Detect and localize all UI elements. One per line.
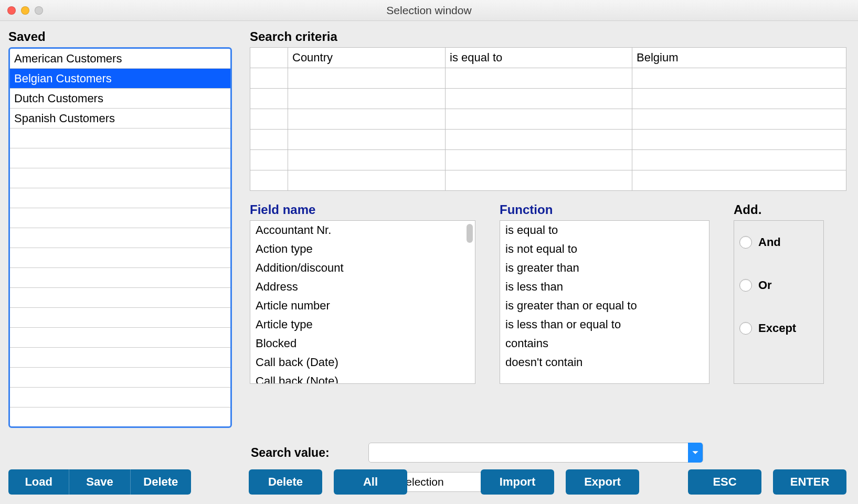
criteria-cell[interactable] (250, 170, 288, 191)
list-item[interactable]: is less than (500, 277, 709, 296)
list-item[interactable]: is not equal to (500, 240, 709, 259)
saved-item[interactable] (10, 268, 230, 288)
saved-item[interactable] (10, 368, 230, 388)
criteria-cell[interactable] (632, 68, 846, 89)
criteria-cell[interactable] (288, 89, 446, 109)
saved-item[interactable] (10, 188, 230, 208)
radio-icon[interactable] (739, 236, 752, 249)
saved-item[interactable]: American Customers (10, 49, 230, 69)
criteria-cell[interactable] (446, 109, 632, 130)
export-button[interactable]: Export (566, 469, 639, 495)
criteria-cell[interactable] (632, 150, 846, 170)
saved-item[interactable] (10, 328, 230, 348)
list-item[interactable]: Call back (Note) (250, 372, 475, 384)
saved-item[interactable] (10, 128, 230, 148)
criteria-cell[interactable] (632, 170, 846, 191)
add-option[interactable]: Except (739, 321, 818, 335)
list-item[interactable]: Addition/discount (250, 259, 475, 277)
load-button[interactable]: Load (8, 469, 69, 495)
saved-item[interactable] (10, 348, 230, 368)
saved-item[interactable]: Dutch Customers (10, 89, 230, 109)
list-item[interactable]: Article type (250, 315, 475, 334)
saved-item[interactable] (10, 208, 230, 228)
criteria-cell[interactable] (250, 150, 288, 170)
criteria-cell[interactable] (446, 68, 632, 89)
criteria-cell[interactable] (250, 130, 288, 150)
save-button[interactable]: Save (69, 469, 130, 495)
enter-button[interactable]: ENTER (773, 469, 846, 495)
criteria-cell[interactable] (632, 130, 846, 150)
saved-item[interactable] (10, 408, 230, 427)
import-button[interactable]: Import (481, 469, 554, 495)
list-item[interactable]: is equal to (500, 221, 709, 240)
saved-listbox[interactable]: American CustomersBelgian CustomersDutch… (8, 47, 232, 428)
list-item[interactable]: contains (500, 334, 709, 353)
radio-icon[interactable] (739, 322, 752, 335)
add-option[interactable]: And (739, 235, 818, 249)
list-item[interactable]: Call back (Date) (250, 353, 475, 372)
list-item[interactable]: is less than or equal to (500, 315, 709, 334)
add-option-label: And (758, 235, 781, 249)
list-item[interactable]: Article number (250, 296, 475, 315)
criteria-table[interactable]: Countryis equal toBelgium (250, 47, 846, 191)
list-item[interactable]: Accountant Nr. (250, 221, 475, 240)
criteria-cell[interactable] (250, 109, 288, 130)
titlebar: Selection window (0, 0, 858, 21)
radio-icon[interactable] (739, 279, 752, 292)
saved-label: Saved (8, 29, 232, 44)
saved-item[interactable] (10, 388, 230, 408)
function-listbox[interactable]: is equal tois not equal tois greater tha… (500, 220, 709, 384)
criteria-cell[interactable] (446, 150, 632, 170)
list-item[interactable]: doesn't contain (500, 353, 709, 372)
search-value-input[interactable] (369, 447, 688, 459)
fieldname-listbox[interactable]: Accountant Nr.Action typeAddition/discou… (250, 220, 475, 384)
criteria-label: Search criteria (250, 29, 846, 44)
add-radio-group: AndOrExcept (734, 220, 824, 384)
saved-item[interactable] (10, 148, 230, 168)
chevron-down-icon[interactable] (688, 443, 703, 463)
fieldname-label: Field name (250, 202, 475, 217)
criteria-cell[interactable] (288, 150, 446, 170)
search-value-label: Search value: (251, 446, 368, 460)
criteria-cell[interactable] (288, 130, 446, 150)
criteria-cell[interactable]: Country (288, 48, 446, 68)
scrollbar-thumb[interactable] (467, 224, 473, 243)
add-option-label: Except (758, 321, 796, 335)
criteria-cell[interactable] (288, 68, 446, 89)
add-label: Add. (734, 202, 824, 217)
criteria-cell[interactable] (288, 170, 446, 191)
add-option[interactable]: Or (739, 278, 818, 292)
criteria-cell[interactable] (446, 130, 632, 150)
criteria-cell[interactable] (632, 89, 846, 109)
window-title: Selection window (0, 4, 858, 17)
saved-item[interactable] (10, 228, 230, 248)
saved-item[interactable]: Belgian Customers (10, 69, 230, 89)
saved-item[interactable] (10, 308, 230, 328)
list-item[interactable]: Blocked (250, 334, 475, 353)
criteria-cell[interactable] (632, 109, 846, 130)
criteria-cell[interactable] (446, 89, 632, 109)
all-button[interactable]: All (334, 469, 407, 495)
list-item[interactable]: is greater than or equal to (500, 296, 709, 315)
delete-saved-button[interactable]: Delete (131, 469, 191, 495)
saved-item[interactable] (10, 288, 230, 308)
saved-item[interactable]: Spanish Customers (10, 109, 230, 128)
add-option-label: Or (758, 278, 772, 292)
esc-button[interactable]: ESC (688, 469, 761, 495)
criteria-cell[interactable]: is equal to (446, 48, 632, 68)
criteria-cell[interactable] (250, 48, 288, 68)
delete-criteria-button[interactable]: Delete (249, 469, 322, 495)
list-item[interactable]: is greater than (500, 259, 709, 277)
list-item[interactable]: Action type (250, 240, 475, 259)
criteria-cell[interactable] (446, 170, 632, 191)
criteria-cell[interactable]: Belgium (632, 48, 846, 68)
search-value-combo[interactable] (368, 443, 703, 463)
criteria-cell[interactable] (250, 68, 288, 89)
criteria-cell[interactable] (288, 109, 446, 130)
function-label: Function (500, 202, 709, 217)
criteria-cell[interactable] (250, 89, 288, 109)
saved-item[interactable] (10, 248, 230, 268)
saved-item[interactable] (10, 168, 230, 188)
list-item[interactable]: Address (250, 277, 475, 296)
